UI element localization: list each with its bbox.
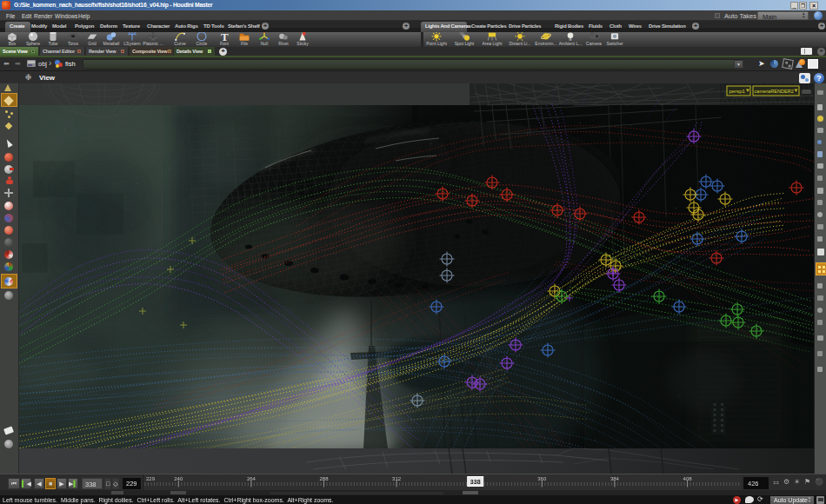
svg-text:Ambient L...: Ambient L... (559, 41, 583, 46)
svg-text:Distant Li...: Distant Li... (509, 41, 530, 46)
svg-text:Circle: Circle (197, 41, 208, 46)
svg-text:408: 408 (683, 476, 693, 481)
svg-text:Torus: Torus (68, 41, 79, 46)
svg-text:360: 360 (537, 476, 547, 481)
svg-text:Point Light: Point Light (426, 41, 447, 46)
svg-text:338: 338 (470, 479, 481, 485)
svg-text:Font: Font (220, 41, 230, 46)
svg-text:Platonic ...: Platonic ... (143, 41, 163, 46)
svg-text:Sticky: Sticky (296, 41, 309, 46)
svg-text:Rivet: Rivet (278, 41, 289, 46)
svg-text:Spot Light: Spot Light (455, 41, 475, 46)
svg-text:Metaball: Metaball (103, 41, 120, 46)
svg-text:Switcher: Switcher (606, 41, 623, 46)
svg-text:229: 229 (146, 476, 156, 481)
svg-text:312: 312 (392, 476, 402, 481)
svg-text:Curve: Curve (174, 41, 186, 46)
svg-text:Area Light: Area Light (483, 41, 503, 46)
svg-text:cameraRENDER2: cameraRENDER2 (755, 89, 794, 94)
svg-text:288: 288 (319, 476, 329, 481)
svg-text:Box: Box (9, 41, 17, 46)
svg-text:240: 240 (174, 476, 183, 481)
svg-text:LSystem: LSystem (123, 41, 140, 46)
svg-text:Environm...: Environm... (535, 41, 556, 46)
svg-text:Tube: Tube (48, 41, 57, 46)
svg-text:384: 384 (610, 476, 620, 481)
svg-text:Sphere: Sphere (26, 41, 40, 46)
svg-text:Null: Null (261, 41, 269, 46)
svg-text:File: File (241, 41, 248, 46)
svg-text:Camera: Camera (586, 41, 602, 46)
svg-text:persp1: persp1 (729, 89, 746, 94)
svg-text:264: 264 (247, 476, 256, 481)
svg-text:Grid: Grid (88, 41, 97, 46)
